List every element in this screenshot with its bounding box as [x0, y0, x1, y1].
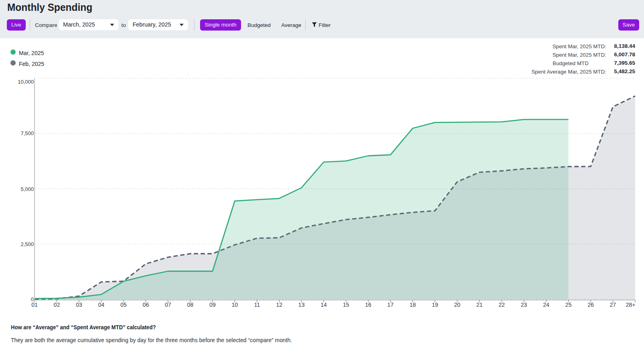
- svg-text:19: 19: [432, 302, 438, 308]
- svg-text:12: 12: [276, 302, 282, 308]
- svg-text:15: 15: [343, 302, 349, 308]
- svg-text:5,000: 5,000: [20, 186, 34, 192]
- svg-text:28+: 28+: [626, 302, 636, 308]
- svg-text:22: 22: [499, 302, 505, 308]
- svg-text:7,500: 7,500: [20, 130, 34, 136]
- svg-text:18: 18: [410, 302, 416, 308]
- svg-text:04: 04: [98, 302, 104, 308]
- svg-text:25: 25: [565, 302, 572, 308]
- svg-text:13: 13: [298, 302, 305, 308]
- svg-text:05: 05: [121, 302, 127, 308]
- svg-text:27: 27: [610, 302, 616, 308]
- svg-text:20: 20: [454, 302, 460, 308]
- svg-text:16: 16: [365, 302, 372, 308]
- svg-text:10: 10: [232, 302, 238, 308]
- svg-text:09: 09: [209, 302, 216, 308]
- svg-text:21: 21: [476, 302, 483, 308]
- svg-text:02: 02: [54, 302, 60, 308]
- svg-text:17: 17: [387, 302, 394, 308]
- svg-text:01: 01: [31, 302, 38, 308]
- svg-text:10,000: 10,000: [18, 79, 34, 85]
- svg-text:26: 26: [588, 302, 594, 308]
- svg-text:24: 24: [543, 302, 550, 308]
- svg-text:11: 11: [254, 302, 260, 308]
- svg-text:14: 14: [321, 302, 327, 308]
- svg-text:06: 06: [143, 302, 149, 308]
- svg-text:2,500: 2,500: [20, 241, 34, 247]
- svg-text:08: 08: [187, 302, 194, 308]
- svg-text:07: 07: [165, 302, 171, 308]
- svg-text:03: 03: [76, 302, 82, 308]
- svg-text:23: 23: [521, 302, 527, 308]
